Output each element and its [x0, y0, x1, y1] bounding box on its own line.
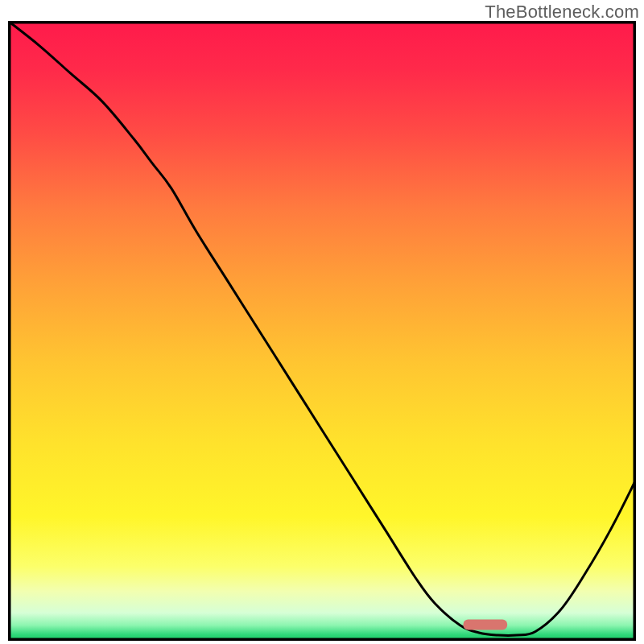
plot-area	[8, 21, 636, 641]
minimum-marker	[464, 619, 508, 630]
watermark-text: TheBottleneck.com	[485, 2, 639, 23]
gradient-background	[8, 21, 636, 641]
chart-container: TheBottleneck.com	[0, 0, 644, 644]
chart-svg	[8, 21, 636, 641]
